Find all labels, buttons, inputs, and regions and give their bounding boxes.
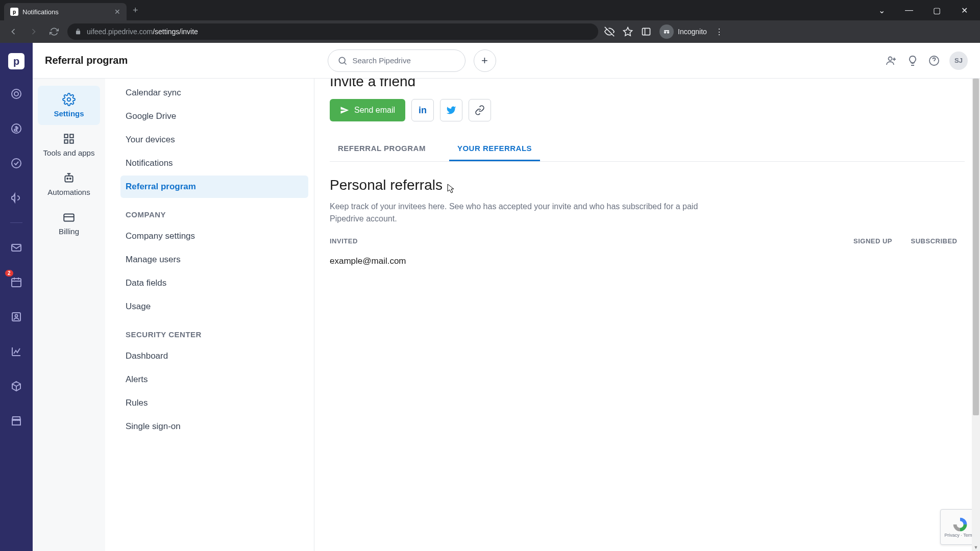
svg-point-25 <box>67 178 68 179</box>
tab-bar: p Notifications ✕ + ⌄ — ▢ ✕ <box>0 0 980 20</box>
eye-off-icon[interactable] <box>604 27 615 37</box>
scroll-down-icon[interactable]: ▼ <box>973 544 979 551</box>
bot-icon <box>62 171 76 185</box>
nav-calendar-sync[interactable]: Calendar sync <box>120 82 308 104</box>
nav-dashboard[interactable]: Dashboard <box>120 345 308 367</box>
rail-box-icon[interactable] <box>6 376 27 396</box>
topbar-actions: SJ <box>885 52 968 70</box>
content-area: Settings Tools and apps Automations Bill… <box>33 79 980 551</box>
linkedin-button[interactable]: in <box>411 99 434 121</box>
nav-referral-program[interactable]: Referral program <box>120 176 308 198</box>
incognito-indicator[interactable]: Incognito <box>659 24 707 39</box>
send-email-label: Send email <box>354 106 395 115</box>
bulb-icon[interactable] <box>906 55 919 67</box>
user-avatar[interactable]: SJ <box>949 52 968 70</box>
address-bar-actions: Incognito ⋮ <box>604 24 723 39</box>
nav-manage-users[interactable]: Manage users <box>120 248 308 271</box>
nav-alerts[interactable]: Alerts <box>120 368 308 391</box>
search-icon <box>337 56 348 66</box>
tab-referral-program[interactable]: REFERRAL PROGRAM <box>330 137 434 161</box>
nav-usage[interactable]: Usage <box>120 295 308 318</box>
rail-megaphone-icon[interactable] <box>6 188 27 208</box>
rail-target-icon[interactable] <box>6 84 27 104</box>
star-icon[interactable] <box>623 27 633 37</box>
svg-point-4 <box>12 89 21 98</box>
add-button[interactable]: + <box>474 49 496 72</box>
rail-mail-icon[interactable] <box>6 237 27 258</box>
rail-divider <box>10 222 22 223</box>
rail-money-icon[interactable] <box>6 118 27 139</box>
nav-rules[interactable]: Rules <box>120 392 308 414</box>
svg-point-14 <box>15 315 18 317</box>
svg-point-7 <box>12 159 21 168</box>
svg-point-19 <box>67 98 71 102</box>
svg-rect-22 <box>64 140 67 143</box>
svg-point-17 <box>888 57 892 60</box>
svg-line-16 <box>344 62 346 64</box>
browser-tab[interactable]: p Notifications ✕ <box>4 3 127 20</box>
favicon-icon: p <box>10 8 18 16</box>
main-panel: Invite a friend Send email in REFERRAL P… <box>314 79 980 551</box>
send-email-button[interactable]: Send email <box>330 99 405 121</box>
browser-menu-icon[interactable]: ⋮ <box>715 27 723 37</box>
nav-google-drive[interactable]: Google Drive <box>120 105 308 128</box>
copy-link-button[interactable] <box>469 99 491 121</box>
help-icon[interactable] <box>928 55 940 67</box>
twitter-button[interactable] <box>440 99 462 121</box>
nav-notifications[interactable]: Notifications <box>120 152 308 174</box>
incognito-icon <box>659 24 674 39</box>
app-logo[interactable]: p <box>8 53 24 69</box>
sidebar-item-label: Settings <box>54 109 84 118</box>
send-icon <box>340 106 349 115</box>
rail-checkbox-icon[interactable] <box>6 153 27 173</box>
notification-badge: 2 <box>5 270 13 277</box>
rail-chart-icon[interactable] <box>6 341 27 362</box>
sidebar-item-automations[interactable]: Automations <box>38 164 100 204</box>
col-invited: INVITED <box>330 237 842 245</box>
nav-rail: p 2 <box>0 43 33 551</box>
nav-data-fields[interactable]: Data fields <box>120 272 308 294</box>
rail-contacts-icon[interactable] <box>6 307 27 327</box>
reload-button[interactable] <box>47 24 61 39</box>
svg-rect-23 <box>70 140 74 143</box>
address-bar: uifeed.pipedrive.com/settings/invite Inc… <box>0 20 980 43</box>
tab-your-referrals[interactable]: YOUR REFERRALS <box>449 137 540 161</box>
close-tab-icon[interactable]: ✕ <box>114 8 120 16</box>
url-text: uifeed.pipedrive.com/settings/invite <box>87 28 198 36</box>
svg-point-3 <box>667 31 670 34</box>
table-row: example@mail.com <box>330 249 965 273</box>
minimize-icon[interactable]: — <box>897 2 921 18</box>
search-input[interactable]: Search Pipedrive <box>328 49 465 72</box>
section-description: Keep track of your invitees here. See wh… <box>330 201 707 225</box>
rail-store-icon[interactable] <box>6 411 27 431</box>
maximize-icon[interactable]: ▢ <box>925 2 948 18</box>
invite-heading: Invite a friend <box>330 79 965 90</box>
scrollbar[interactable]: ▲ ▼ <box>972 79 980 551</box>
card-icon <box>62 211 76 224</box>
svg-rect-8 <box>12 244 21 251</box>
top-bar: Referral program Search Pipedrive + SJ <box>33 43 980 79</box>
extension-icon[interactable] <box>641 27 651 37</box>
sidebar-item-settings[interactable]: Settings <box>38 86 100 125</box>
nav-single-sign-on[interactable]: Single sign-on <box>120 415 308 438</box>
forward-button[interactable] <box>27 24 41 39</box>
close-window-icon[interactable]: ✕ <box>952 2 976 18</box>
back-button[interactable] <box>6 24 20 39</box>
tab-dropdown-icon[interactable]: ⌄ <box>870 2 893 18</box>
app-shell: p 2 Referral program Search Pipedrive + <box>0 43 980 551</box>
rail-calendar-icon[interactable]: 2 <box>6 272 27 292</box>
svg-rect-9 <box>12 279 21 287</box>
page-title: Referral program <box>45 55 128 66</box>
sidebar-item-label: Automations <box>47 188 90 196</box>
new-tab-button[interactable]: + <box>127 5 144 16</box>
sidebar-item-billing[interactable]: Billing <box>38 204 100 243</box>
sidebar-item-tools[interactable]: Tools and apps <box>38 125 100 164</box>
gear-icon <box>62 93 76 106</box>
nav-your-devices[interactable]: Your devices <box>120 129 308 151</box>
add-user-icon[interactable] <box>885 55 897 67</box>
url-input[interactable]: uifeed.pipedrive.com/settings/invite <box>67 23 598 40</box>
nav-company-settings[interactable]: Company settings <box>120 225 308 247</box>
scrollbar-thumb[interactable] <box>973 79 979 415</box>
nav-group-company: COMPANY <box>105 199 314 224</box>
lock-icon <box>75 28 82 35</box>
